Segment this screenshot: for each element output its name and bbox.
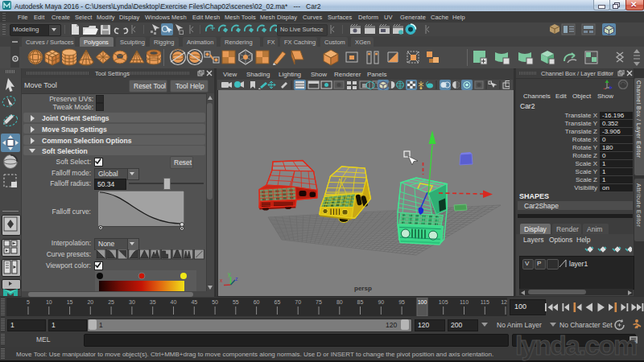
svg-text:90: 90 (378, 299, 384, 305)
svg-text:100: 100 (418, 299, 427, 305)
svg-text:5: 5 (27, 299, 30, 305)
svg-text:35: 35 (150, 299, 156, 305)
svg-text:10: 10 (46, 299, 52, 305)
svg-text:70: 70 (295, 299, 301, 305)
svg-text:110: 110 (460, 299, 469, 305)
svg-text:persp: persp (354, 285, 372, 292)
svg-text:75: 75 (316, 299, 322, 305)
svg-text:z: z (235, 276, 238, 282)
svg-text:105: 105 (439, 299, 448, 305)
svg-text:55: 55 (233, 299, 239, 305)
svg-text:20: 20 (87, 299, 93, 305)
svg-text:95: 95 (398, 299, 405, 305)
svg-text:50: 50 (212, 299, 218, 305)
svg-text:65: 65 (275, 299, 281, 305)
svg-text:25: 25 (108, 299, 114, 305)
svg-text:85: 85 (357, 299, 364, 305)
svg-text:120: 120 (501, 299, 507, 305)
svg-text:115: 115 (481, 299, 489, 305)
svg-text:80: 80 (336, 299, 343, 305)
svg-text:x: x (220, 278, 223, 283)
svg-text:15: 15 (67, 299, 73, 305)
svg-text:60: 60 (254, 299, 260, 305)
svg-text:45: 45 (191, 299, 197, 305)
svg-text:40: 40 (171, 299, 177, 305)
svg-text:30: 30 (129, 299, 135, 305)
svg-text:y: y (228, 271, 231, 278)
